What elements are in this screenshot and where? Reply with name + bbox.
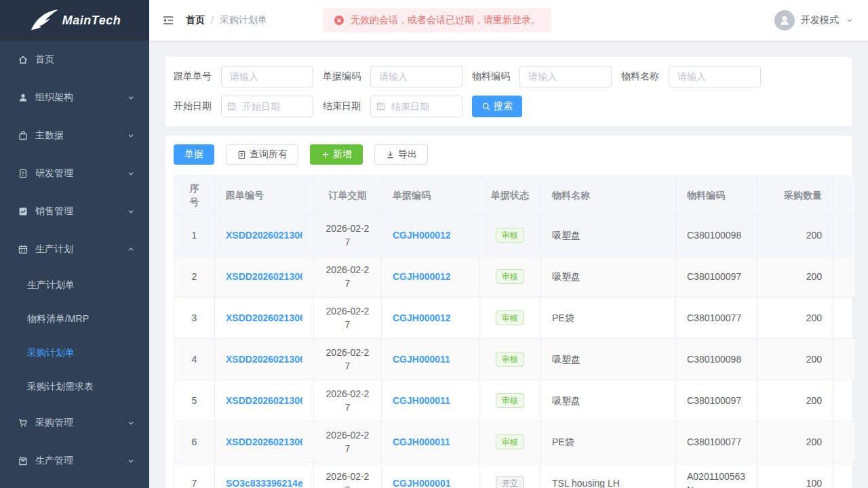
sidebar-item-rd-management[interactable]: 研发管理 bbox=[0, 155, 149, 192]
material-name-input[interactable] bbox=[669, 66, 761, 87]
sidebar-item-sales-management[interactable]: 销售管理 bbox=[0, 192, 149, 230]
cell-status: 审核 bbox=[479, 380, 541, 422]
cell-qty: 100 bbox=[757, 463, 833, 488]
cell-material_name: TSL housing LH bbox=[541, 463, 676, 488]
cell-qty: 200 bbox=[757, 215, 833, 256]
sidebar-item-label: 组织架构 bbox=[35, 92, 73, 104]
doc-code-link[interactable]: CGJH000001 bbox=[393, 478, 451, 488]
menu-fold-icon[interactable] bbox=[161, 14, 175, 26]
cell-material_name: 吸塑盘 bbox=[541, 256, 676, 298]
breadcrumb: 首页 / 采购计划单 bbox=[186, 14, 267, 26]
sidebar-item-label: 生产管理 bbox=[35, 455, 73, 467]
order-no-link[interactable]: XSDD2026021306.. bbox=[226, 228, 302, 242]
add-button[interactable]: 新增 bbox=[310, 144, 363, 165]
cell-seq: 5 bbox=[174, 380, 215, 422]
calendar-icon bbox=[18, 244, 28, 255]
sidebar-subitem-purchase-plan-order[interactable]: 采购计划单 bbox=[0, 336, 149, 370]
table-row: 4XSDD2026021306..2026-02-27CGJH000011审核吸… bbox=[174, 339, 856, 380]
order-no-link[interactable]: XSDD2026021306.. bbox=[226, 270, 302, 283]
cell-delivery_date: 2026-02-27 bbox=[314, 256, 382, 298]
order-no-link[interactable]: XSDD2026021306.. bbox=[226, 394, 302, 407]
material-code-input[interactable] bbox=[519, 66, 612, 87]
empty-cell bbox=[833, 256, 856, 298]
doc-code-link[interactable]: CGJH000011 bbox=[393, 354, 450, 365]
cell-doc_code: CGJH000011 bbox=[382, 422, 479, 463]
cell-doc_code: CGJH000012 bbox=[382, 215, 479, 256]
package-icon bbox=[18, 455, 28, 466]
doc-code-link[interactable]: CGJH000012 bbox=[393, 230, 451, 241]
sidebar-item-organization[interactable]: 组织架构 bbox=[0, 79, 149, 117]
field-label-end-date: 结束日期 bbox=[323, 100, 361, 113]
app-logo: MainTech bbox=[0, 0, 149, 41]
breadcrumb-current: 采购计划单 bbox=[220, 14, 267, 26]
cell-material_name: PE袋 bbox=[541, 422, 676, 463]
cell-order_no: XSDD2026021306.. bbox=[215, 256, 314, 298]
cell-doc_code: CGJH000012 bbox=[382, 298, 479, 339]
cell-material_name: PE袋 bbox=[541, 298, 676, 339]
order-no-link[interactable]: XSDD2026021306.. bbox=[226, 352, 302, 366]
doc-code-link[interactable]: CGJH000011 bbox=[393, 395, 450, 406]
sidebar-subitem-production-plan-order[interactable]: 生产计划单 bbox=[0, 268, 149, 302]
query-all-button[interactable]: 查询所有 bbox=[226, 144, 298, 165]
cell-order_no: XSDD2026021306.. bbox=[215, 339, 314, 380]
table-row: 6XSDD2026021306..2026-02-27CGJH000011审核P… bbox=[174, 422, 856, 463]
sidebar-subitem-bom-mrp[interactable]: 物料清单/MRP bbox=[0, 302, 149, 336]
cell-status: 审核 bbox=[479, 256, 541, 298]
cell-delivery_date: 2026-02-27 bbox=[314, 422, 382, 463]
column-header: 物料名称 bbox=[541, 176, 676, 215]
cell-seq: 3 bbox=[174, 298, 215, 339]
cell-material_code: C380100098 bbox=[676, 215, 757, 256]
sidebar: MainTech 首页组织架构主数据研发管理销售管理生产计划生产计划单物料清单/… bbox=[0, 0, 149, 488]
sidebar-menu: 首页组织架构主数据研发管理销售管理生产计划生产计划单物料清单/MRP采购计划单采… bbox=[0, 41, 149, 488]
order-no-link[interactable]: XSDD2026021306.. bbox=[226, 435, 302, 449]
page-content: 跟单单号 单据编码 物料编码 物料名称 开始日期 结束日期 bbox=[149, 41, 868, 488]
chevron-down-icon bbox=[126, 418, 136, 428]
cell-status: 审核 bbox=[479, 298, 541, 339]
user-menu[interactable]: 开发模式 bbox=[774, 10, 854, 30]
document-button[interactable]: 单据 bbox=[174, 144, 214, 165]
field-label-material-name: 物料名称 bbox=[621, 70, 659, 83]
sidebar-item-label: 采购管理 bbox=[35, 417, 73, 429]
user-icon bbox=[18, 92, 28, 103]
export-button[interactable]: 导出 bbox=[374, 144, 428, 165]
order-no-link[interactable]: XSDD2026021306.. bbox=[226, 311, 302, 325]
table-row: 5XSDD2026021306..2026-02-27CGJH000011审核吸… bbox=[174, 380, 856, 422]
order-no-input[interactable] bbox=[221, 66, 313, 87]
empty-cell bbox=[833, 422, 856, 463]
filter-panel: 跟单单号 单据编码 物料编码 物料名称 开始日期 结束日期 bbox=[165, 57, 852, 126]
cell-delivery_date: 2026-02-27 bbox=[314, 215, 382, 256]
doc-code-link[interactable]: CGJH000011 bbox=[393, 436, 450, 447]
column-header: 单据状态 bbox=[479, 176, 541, 215]
field-label-start-date: 开始日期 bbox=[174, 100, 212, 113]
cell-doc_code: CGJH000001 bbox=[382, 463, 479, 488]
doc-code-link[interactable]: CGJH000012 bbox=[393, 271, 451, 282]
cell-order_no: XSDD2026021306.. bbox=[215, 215, 314, 256]
search-button[interactable]: 搜索 bbox=[472, 96, 522, 117]
cell-status: 审核 bbox=[479, 422, 541, 463]
sidebar-item-label: 研发管理 bbox=[35, 167, 73, 180]
doc-code-input[interactable] bbox=[370, 66, 462, 87]
status-badge: 审核 bbox=[496, 393, 524, 408]
sidebar-item-purchase-management[interactable]: 采购管理 bbox=[0, 404, 149, 442]
sidebar-item-production-plan[interactable]: 生产计划 bbox=[0, 230, 149, 268]
cell-material_name: 吸塑盘 bbox=[541, 215, 676, 256]
column-header: 单据编码 bbox=[382, 176, 479, 215]
empty-cell bbox=[833, 339, 856, 380]
sidebar-item-production-management[interactable]: 生产管理 bbox=[0, 442, 149, 480]
cell-material_code: C380100097 bbox=[676, 256, 757, 298]
doc-code-link[interactable]: CGJH000012 bbox=[393, 312, 451, 323]
cell-qty: 200 bbox=[757, 256, 833, 298]
empty-cell bbox=[833, 215, 856, 256]
empty-cell bbox=[833, 298, 856, 339]
sidebar-item-home[interactable]: 首页 bbox=[0, 41, 149, 79]
topbar: 首页 / 采购计划单 无效的会话，或者会话已过期，请重新登录。 开发模式 bbox=[149, 0, 868, 41]
order-no-link[interactable]: SO3c833396214e40 bbox=[226, 476, 302, 488]
table-row: 3XSDD2026021306..2026-02-27CGJH000012审核P… bbox=[174, 298, 856, 339]
sidebar-subitem-purchase-plan-demand[interactable]: 采购计划需求表 bbox=[0, 370, 149, 404]
cell-material_name: 吸塑盘 bbox=[541, 380, 676, 422]
cart-icon bbox=[18, 418, 28, 428]
column-header-empty bbox=[833, 176, 856, 215]
sidebar-item-master-data[interactable]: 主数据 bbox=[0, 117, 149, 155]
breadcrumb-home[interactable]: 首页 bbox=[186, 14, 205, 26]
field-label-material-code: 物料编码 bbox=[472, 70, 510, 83]
